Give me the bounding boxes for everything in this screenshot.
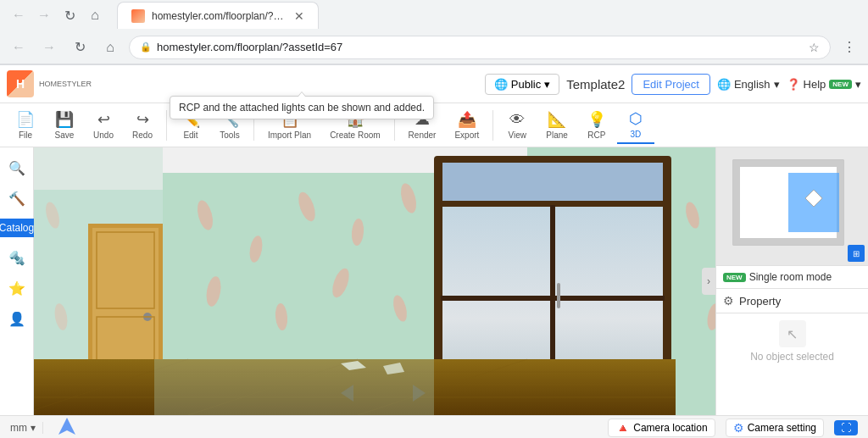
forward-button[interactable]: → [32, 3, 56, 27]
address-bar[interactable]: 🔒 homestyler.com/floorplan/?assetId=67 ☆ [129, 36, 831, 59]
lock-icon: 🔒 [140, 42, 152, 53]
sidebar-edit-icon[interactable]: 🔩 [3, 244, 31, 271]
visibility-button[interactable]: 🌐 Public ▾ [485, 74, 559, 95]
language-label: English [734, 78, 771, 91]
nav-bar: ← → ↻ ⌂ 🔒 homestyler.com/floorplan/?asse… [0, 30, 868, 64]
no-object-section: ↖ No object selected [716, 313, 868, 369]
logo-area: H HOMESTYLER [7, 70, 105, 97]
unit-selector[interactable]: mm ▾ [10, 422, 43, 434]
browser-chrome: ← → ↻ ⌂ homestyler.com/floorplan/?assetI… [0, 0, 868, 65]
svg-rect-35 [442, 163, 663, 201]
left-sidebar: 🔍 🔨 Catalog 🔩 ⭐ 👤 [0, 147, 34, 415]
redo-icon: ↪ [136, 110, 149, 129]
help-button[interactable]: ❓ Help NEW ▾ [787, 78, 861, 91]
single-room-mode-toggle[interactable]: NEW Single room mode [716, 266, 868, 289]
tool-export[interactable]: 📤 Export [446, 107, 487, 143]
right-panel-toggle[interactable]: › [702, 268, 715, 295]
star-icon: ☆ [809, 41, 820, 54]
undo-icon: ↩ [97, 110, 110, 129]
mini-map-expand-button[interactable]: ⊞ [848, 245, 865, 262]
tool-divider-1 [166, 110, 167, 141]
tool-rcp[interactable]: 💡 RCP [578, 107, 615, 143]
language-icon: 🌐 [717, 78, 731, 91]
3d-icon: ⬡ [629, 109, 643, 128]
help-new-badge: NEW [829, 80, 852, 89]
save-icon: 💾 [55, 110, 74, 129]
3d-view [34, 147, 715, 415]
help-chevron-icon: ▾ [855, 78, 861, 91]
tab-close-button[interactable]: ✕ [294, 9, 304, 23]
extensions-button[interactable]: ⋮ [837, 36, 861, 59]
tool-save[interactable]: 💾 Save [46, 107, 83, 143]
svg-marker-63 [58, 418, 75, 435]
visibility-label: Public [511, 78, 541, 91]
browser-tab[interactable]: homestyler.com/floorplan/?assetId=67 ✕ [117, 2, 319, 29]
single-room-label: Single room mode [749, 271, 832, 283]
browser-actions: ⋮ [837, 36, 861, 59]
tool-view[interactable]: 👁 View [498, 108, 536, 143]
property-icon: ⚙ [723, 294, 734, 308]
project-name: Template2 [566, 77, 625, 91]
cursor-icon: ↖ [787, 326, 798, 342]
view-icon: 👁 [509, 111, 525, 129]
back-button[interactable]: ← [7, 3, 31, 27]
tool-divider-4 [492, 110, 493, 141]
camera-setting-icon: ⚙ [733, 421, 744, 435]
sidebar-favorites-icon[interactable]: ⭐ [3, 274, 31, 302]
edit-project-button[interactable]: Edit Project [632, 74, 709, 95]
help-circle-icon: ❓ [787, 78, 800, 91]
no-object-icon: ↖ [779, 320, 806, 347]
rcp-tooltip: RCP and the attached lights can be shown… [170, 96, 434, 119]
nav-home-button[interactable]: ⌂ [98, 36, 122, 59]
app-header: H HOMESTYLER 🌐 Public ▾ Template2 Edit P… [0, 65, 868, 103]
nav-forward-button[interactable]: → [37, 36, 61, 59]
nav-refresh-button[interactable]: ↻ [68, 36, 92, 59]
bottom-right-area: 🔺 Camera location ⚙ Camera setting ⛶ [608, 419, 858, 437]
mini-map[interactable]: ⊞ [716, 147, 868, 266]
camera-setting-label: Camera setting [748, 422, 816, 434]
refresh-button[interactable]: ↻ [58, 3, 81, 27]
rcp-icon: 💡 [587, 110, 606, 129]
svg-rect-59 [733, 238, 843, 245]
plane-icon: 📐 [548, 110, 566, 129]
globe-icon: 🌐 [494, 78, 508, 91]
tab-title: homestyler.com/floorplan/?assetId=67 [152, 10, 287, 22]
language-button[interactable]: 🌐 English ▾ [717, 78, 780, 91]
tool-plane[interactable]: 📐 Plane [537, 107, 576, 143]
lang-chevron-icon: ▾ [774, 78, 780, 91]
property-section: ⚙ Property [716, 289, 868, 313]
svg-rect-58 [733, 160, 740, 245]
sidebar-search-icon[interactable]: 🔍 [3, 154, 31, 181]
sidebar-account-icon[interactable]: 👤 [3, 305, 31, 332]
property-label: Property [739, 295, 781, 308]
mini-map-svg [716, 147, 868, 266]
tab-favicon [131, 9, 145, 23]
rcp-tooltip-text: RCP and the attached lights can be shown… [179, 102, 425, 114]
expand-view-button[interactable]: ⛶ [834, 420, 858, 435]
camera-location-button[interactable]: 🔺 Camera location [608, 419, 715, 437]
single-room-new-badge: NEW [723, 273, 746, 282]
sidebar-tools-icon[interactable]: 🔨 [3, 185, 31, 212]
header-right: 🌐 Public ▾ Template2 Edit Project 🌐 Engl… [485, 74, 861, 95]
export-icon: 📤 [458, 110, 476, 129]
help-label: Help [804, 78, 826, 91]
camera-location-icon: 🔺 [615, 421, 630, 435]
chevron-down-icon: ▾ [544, 78, 550, 91]
nav-back-button[interactable]: ← [7, 36, 31, 59]
file-icon: 📄 [16, 110, 35, 129]
address-text: homestyler.com/floorplan/?assetId=67 [157, 41, 342, 53]
svg-rect-54 [154, 359, 434, 415]
tab-bar: ← → ↻ ⌂ homestyler.com/floorplan/?assetI… [0, 0, 868, 30]
app-logo: H [7, 70, 34, 97]
tool-undo[interactable]: ↩ Undo [85, 107, 122, 143]
tool-redo[interactable]: ↪ Redo [124, 107, 161, 143]
tool-3d[interactable]: ⬡ 3D [617, 106, 654, 144]
svg-rect-39 [557, 283, 560, 308]
camera-setting-button[interactable]: ⚙ Camera setting [726, 419, 824, 437]
tool-bar: 📄 File 💾 Save ↩ Undo ↪ Redo ✏️ Edit 🔧 To… [0, 103, 868, 147]
no-object-text: No object selected [750, 351, 834, 363]
home-button[interactable]: ⌂ [83, 3, 107, 27]
tool-file[interactable]: 📄 File [7, 107, 44, 143]
compass-svg [57, 416, 77, 436]
compass [57, 416, 77, 438]
